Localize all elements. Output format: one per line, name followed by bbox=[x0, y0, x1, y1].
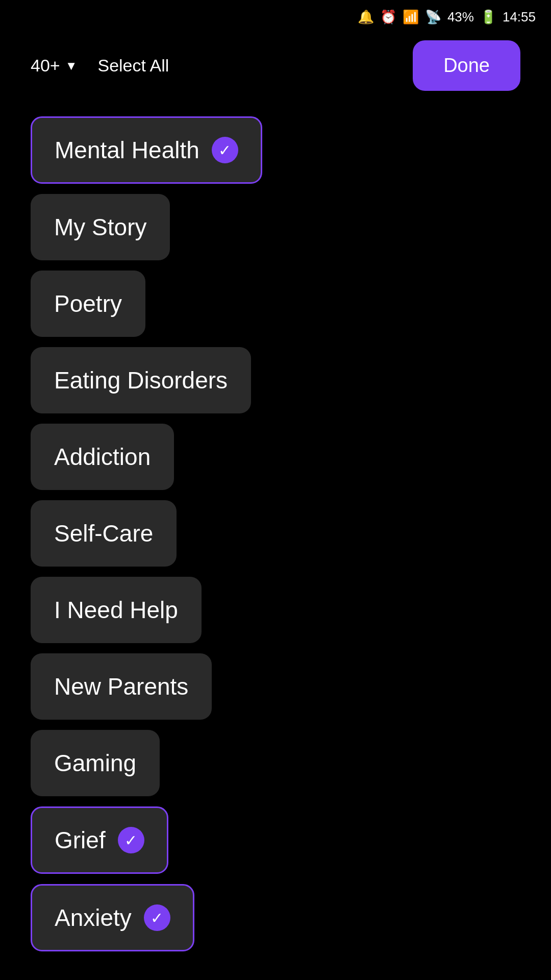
tag-label-self-care: Self-Care bbox=[54, 520, 153, 547]
tag-item-mental-health[interactable]: Mental Health✓ bbox=[31, 116, 262, 184]
tag-item-new-parents[interactable]: New Parents bbox=[31, 653, 212, 720]
tag-label-my-story: My Story bbox=[54, 213, 146, 241]
tag-item-my-story[interactable]: My Story bbox=[31, 194, 170, 260]
check-icon-anxiety: ✓ bbox=[144, 904, 170, 931]
tag-label-anxiety: Anxiety bbox=[55, 904, 132, 932]
tag-item-poetry[interactable]: Poetry bbox=[31, 271, 145, 337]
check-icon-mental-health: ✓ bbox=[212, 137, 238, 163]
tag-label-i-need-help: I Need Help bbox=[54, 596, 178, 624]
battery-percent: 43% bbox=[447, 9, 474, 25]
tag-item-gaming[interactable]: Gaming bbox=[31, 730, 160, 796]
tag-item-anxiety[interactable]: Anxiety✓ bbox=[31, 884, 194, 951]
select-all-button[interactable]: Select All bbox=[97, 51, 169, 81]
check-icon-grief: ✓ bbox=[118, 827, 144, 853]
time: 14:55 bbox=[503, 9, 536, 25]
tag-label-mental-health: Mental Health bbox=[55, 136, 199, 164]
tag-item-addiction[interactable]: Addiction bbox=[31, 424, 174, 490]
tag-label-poetry: Poetry bbox=[54, 290, 122, 317]
count-selector[interactable]: 40+ ▼ bbox=[31, 56, 77, 76]
toolbar: 40+ ▼ Select All Done bbox=[0, 30, 551, 101]
battery-icon: 🔋 bbox=[480, 9, 496, 25]
tag-label-eating-disorders: Eating Disorders bbox=[54, 366, 228, 394]
notification-icon: 🔔 bbox=[358, 9, 374, 25]
done-button[interactable]: Done bbox=[413, 40, 520, 91]
wifi-icon: 📶 bbox=[403, 9, 419, 25]
chevron-down-icon: ▼ bbox=[65, 59, 78, 73]
tag-item-grief[interactable]: Grief✓ bbox=[31, 806, 168, 874]
tag-item-self-care[interactable]: Self-Care bbox=[31, 500, 177, 567]
tag-item-i-need-help[interactable]: I Need Help bbox=[31, 577, 202, 643]
tag-label-new-parents: New Parents bbox=[54, 673, 188, 700]
tag-label-addiction: Addiction bbox=[54, 443, 151, 471]
tag-item-eating-disorders[interactable]: Eating Disorders bbox=[31, 347, 251, 413]
status-bar: 🔔 ⏰ 📶 📡 43% 🔋 14:55 bbox=[0, 0, 551, 30]
alarm-icon: ⏰ bbox=[380, 9, 396, 25]
tag-label-grief: Grief bbox=[55, 826, 106, 854]
tags-list: Mental Health✓My StoryPoetryEating Disor… bbox=[0, 101, 551, 967]
tag-label-gaming: Gaming bbox=[54, 749, 136, 777]
signal-icon: 📡 bbox=[425, 9, 441, 25]
count-label: 40+ bbox=[31, 56, 60, 76]
